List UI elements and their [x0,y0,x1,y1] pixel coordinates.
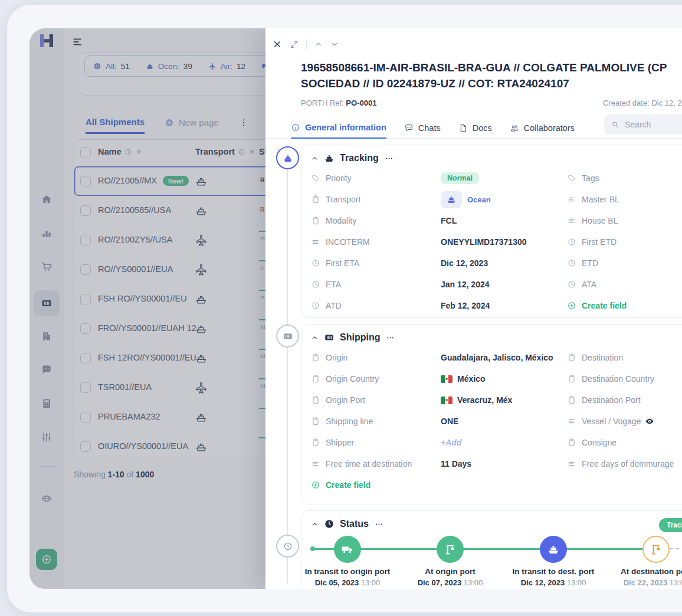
collapse-icon[interactable] [311,155,319,162]
field-value: ONEYYLIMD17371300 [441,237,527,247]
milestone-date: Dic 22, 2023 13:00 [603,578,682,587]
section-title: Shipping [340,332,380,343]
field-origin[interactable]: OriginGuadalajara, Jalisco, México [311,347,567,368]
field-label: ATD [326,301,342,310]
field-shipping-line[interactable]: Shipping lineONE [311,411,567,432]
field-value: Normal [441,172,479,184]
porth-ref-value: PO-0001 [346,99,376,107]
collapse-icon[interactable] [311,334,319,342]
field-value: FCL [441,216,457,225]
tab-collaborators[interactable]: Collaborators [510,117,575,139]
field-modality[interactable]: ModalityFCL [311,210,567,231]
field-origin-port[interactable]: Origin PortVeracruz, Méx [311,389,567,411]
clipboard-icon [311,438,320,447]
tab-general-information[interactable]: General information [291,117,386,139]
section-rail-line [287,158,288,583]
milestone-in-transit-to-dest-port: In transit to dest. portDic 12, 2023 13:… [500,536,606,587]
field-label: Master BL [582,195,619,204]
field-free-time-at-destination[interactable]: Free time at destination11 Days [311,453,567,474]
field-value: Veracruz, Méx [441,395,512,405]
field-label: First ETD [582,237,617,247]
status-section: Status Tracking In transit to origin por… [301,510,682,589]
milestone-circle[interactable] [334,536,361,563]
milestone-circle[interactable] [437,536,464,563]
field-house-bl[interactable]: House BL [567,210,682,231]
field-create-field[interactable]: Create field [567,295,682,316]
field-eta[interactable]: ETAJan 12, 2024 [311,274,567,295]
collapse-icon[interactable] [311,520,319,528]
container-icon [283,331,293,342]
field-incoterm[interactable]: INCOTERMONEYYLIMD17371300 [311,231,567,253]
field-label: ETA [326,280,341,289]
plus-icon [567,301,576,310]
field-ata[interactable]: ATA [567,274,682,295]
section-menu-icon[interactable] [385,154,394,163]
field-destination[interactable]: Destination [567,347,682,368]
tab-chats[interactable]: Chats [404,117,441,139]
next-record-icon[interactable] [330,40,339,48]
tab-docs[interactable]: Docs [458,117,492,139]
people-icon [510,123,519,133]
rail-tracking-node[interactable] [276,146,299,169]
field-label: Consigne [582,438,617,447]
porth-ref-label: PORTH Ref: [301,99,344,107]
tracking-fields-right: TagsMaster BLHouse BLFirst ETDETDATACrea… [567,168,682,316]
milestone-label: In transit to dest. port [500,567,606,576]
eye-icon[interactable] [645,417,654,426]
section-menu-icon[interactable] [386,333,395,342]
tag-icon [567,173,576,183]
field-value: 11 Days [441,459,471,468]
add-value-button[interactable]: +Add [441,438,461,447]
field-first-etd[interactable]: First ETD [567,231,682,253]
field-label: Tags [582,173,599,183]
field-label: First ETA [326,258,359,268]
expand-icon[interactable] [290,40,299,49]
field-destination-port[interactable]: Destination Port [567,389,682,411]
field-value: ONE [441,417,458,426]
milestone-in-transit-to-origin-port: In transit to origin portDic 05, 2023 13… [294,536,401,587]
lines-icon [311,459,320,468]
milestone-date: Dic 07, 2023 13:00 [397,578,503,587]
ship-icon-box [441,191,462,208]
milestone-circle[interactable] [540,536,567,563]
field-create-field[interactable]: Create field [311,474,567,496]
field-label: Create field [582,301,627,310]
close-icon[interactable] [273,40,282,49]
clipboard-icon [567,374,576,384]
crane-icon [650,543,663,556]
field-priority[interactable]: PriorityNormal [311,168,567,189]
milestone-circle[interactable] [642,536,670,563]
field-destination-country[interactable]: Destination Country [567,368,682,389]
field-value: Dic 12, 2023 [441,258,488,268]
search-input[interactable]: Search [604,114,682,135]
field-origin-country[interactable]: Origin CountryMéxico [311,368,567,389]
app-window: All:51Ocen:39Air:12Road:0 All Shipments … [29,28,682,589]
field-consigne[interactable]: Consigne [567,432,682,453]
priority-badge: Normal [441,172,479,184]
field-vessel-vogage[interactable]: Vessel / Vogage [567,411,682,432]
field-shipper[interactable]: Shipper+Add [311,432,567,453]
section-menu-icon[interactable] [375,520,383,529]
field-tags[interactable]: Tags [567,168,682,189]
field-etd[interactable]: ETD [567,253,682,274]
field-label: Create field [326,480,370,490]
field-transport[interactable]: TransportOcean [311,189,567,210]
field-value: Guadalajara, Jalisco, México [441,353,553,362]
field-atd[interactable]: ATDFeb 12, 2024 [311,295,567,316]
clipboard-icon [311,195,320,204]
field-first-eta[interactable]: First ETADic 12, 2023 [311,253,567,274]
shipping-section: Shipping OriginGuadalajara, Jalisco, Méx… [301,324,682,504]
tab-label: Docs [473,123,492,133]
milestone-at-origin-port: At origin portDic 07, 2023 13:00 [397,536,503,587]
controls-divider [306,39,307,50]
field-label: ATA [582,280,596,289]
previous-record-icon[interactable] [314,40,323,48]
field-master-bl[interactable]: Master BL [567,189,682,210]
clock-icon [567,258,576,268]
detail-sections: Tracking PriorityNormalTransportOceanMod… [301,145,682,589]
clipboard-icon [311,395,320,405]
field-free-days-of-demmurage[interactable]: Free days of demmurage [567,453,682,474]
rail-shipping-node[interactable] [276,325,299,348]
info-icon [291,123,300,132]
tracking-header: Tracking [301,145,682,168]
